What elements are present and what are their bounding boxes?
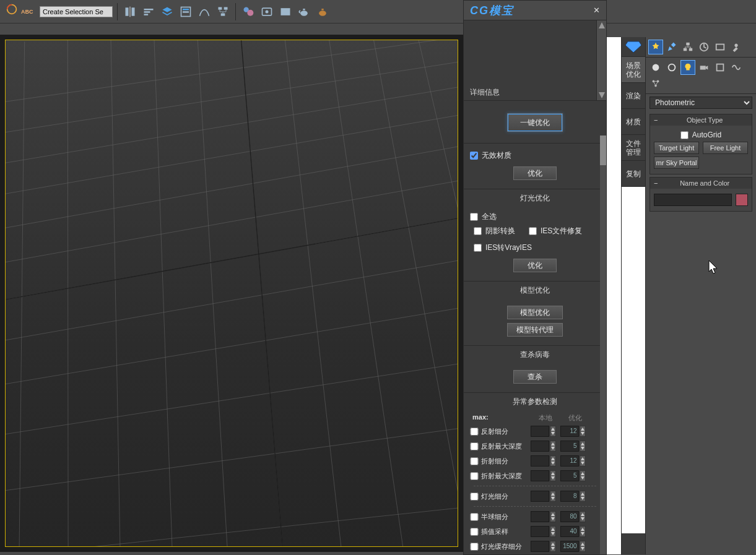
light-category-dropdown[interactable]: Photometric [650,97,752,109]
param-checkbox[interactable] [470,528,479,536]
svg-rect-52 [700,66,706,69]
spinner-icon[interactable] [550,541,556,552]
spinner-icon[interactable] [580,526,586,537]
optimize-material-button[interactable]: 优化 [513,166,557,180]
display-tab-icon[interactable] [713,40,728,54]
spinner-icon[interactable] [550,511,556,522]
curve-editor-icon[interactable] [196,4,212,20]
param-opt-field[interactable]: 5 [560,470,579,481]
panel-resize-splitter[interactable] [607,37,621,554]
spinner-icon[interactable] [550,455,556,467]
spinner-icon[interactable] [580,441,586,452]
param-local-field[interactable] [531,426,549,437]
cg-scrollbar-thumb[interactable] [600,136,606,165]
param-checkbox[interactable] [470,472,479,480]
kill-virus-button[interactable]: 查杀 [513,370,557,384]
spinner-icon[interactable] [580,455,586,467]
param-local-field[interactable] [531,541,549,552]
spacewarps-icon[interactable] [729,60,744,75]
shadow-conversion-checkbox[interactable] [474,227,482,235]
spinner-icon[interactable] [550,526,556,537]
layers-icon[interactable] [159,4,175,20]
utilities-tab-icon[interactable] [729,40,744,54]
schematic-view-icon[interactable] [215,4,231,20]
teapot-production-icon[interactable] [315,4,331,20]
spinner-icon[interactable] [550,470,556,481]
side-tab[interactable]: 渲染 [622,83,645,109]
geometry-icon[interactable] [648,60,663,75]
cg-diamond-icon[interactable] [622,37,645,57]
rollout-collapse-icon[interactable]: − [654,116,658,124]
modify-tab-icon[interactable] [664,40,679,54]
side-tab[interactable]: 文件 管理 [622,135,645,161]
invalid-material-checkbox[interactable] [470,152,478,160]
align-icon[interactable] [141,4,157,20]
preview-scrollbar[interactable] [596,20,606,100]
systems-icon[interactable] [648,76,663,91]
selection-set-dropdown[interactable] [40,6,113,17]
param-checkbox[interactable] [470,442,479,450]
helpers-icon[interactable] [713,60,728,75]
param-opt-field[interactable]: 80 [560,511,579,522]
param-local-field[interactable] [531,491,549,502]
param-opt-field[interactable]: 1500 [560,541,579,552]
mr-sky-portal-button[interactable]: mr Sky Portal [654,157,699,169]
param-local-field[interactable] [531,455,549,467]
spinner-icon[interactable] [580,491,586,502]
cg-body-scrollbar[interactable] [600,136,606,554]
close-icon[interactable]: ✕ [593,6,600,15]
teapot-render-icon[interactable] [296,4,312,20]
one-click-optimize-button[interactable]: 一键优化 [507,113,563,132]
param-checkbox[interactable] [470,493,479,501]
perspective-viewport[interactable] [5,40,458,547]
param-checkbox[interactable] [470,428,479,436]
spinner-icon[interactable] [550,441,556,452]
spinner-icon[interactable] [580,511,586,522]
mirror-icon[interactable] [122,4,138,20]
param-opt-field[interactable]: 40 [560,526,579,537]
param-local-field[interactable] [531,511,549,522]
arc-rotate-icon[interactable] [5,2,19,16]
target-light-button[interactable]: Target Light [654,142,699,154]
spinner-icon[interactable] [550,491,556,502]
object-name-input[interactable] [654,194,732,206]
param-checkbox[interactable] [470,543,479,551]
layer-manager-icon[interactable] [178,4,194,20]
autogrid-checkbox[interactable] [680,131,689,139]
ies-file-fix-checkbox[interactable] [529,227,537,235]
side-tab[interactable]: 场景 优化 [622,57,645,83]
render-setup-icon[interactable] [259,4,275,20]
param-opt-field[interactable]: 8 [560,491,579,502]
param-local-field[interactable] [531,526,549,537]
param-label: 折射最大深度 [479,471,528,481]
shapes-icon[interactable] [664,60,679,75]
spinner-icon[interactable] [580,426,586,437]
lights-icon[interactable] [680,60,695,75]
spinner-icon[interactable] [580,470,586,481]
param-opt-field[interactable]: 12 [560,455,579,467]
create-tab-icon[interactable] [648,40,663,54]
cameras-icon[interactable] [697,60,711,75]
free-light-button[interactable]: Free Light [703,142,748,154]
spinner-icon[interactable] [580,541,586,552]
param-local-field[interactable] [531,441,549,452]
param-checkbox[interactable] [470,513,479,521]
param-opt-field[interactable]: 5 [560,441,579,452]
param-checkbox[interactable] [470,457,479,465]
motion-tab-icon[interactable] [697,40,711,54]
hierarchy-tab-icon[interactable] [680,40,695,54]
material-editor-icon[interactable] [240,4,256,20]
select-all-checkbox[interactable] [470,213,478,221]
ies-to-vray-checkbox[interactable] [474,244,482,252]
model-optimize-button[interactable]: 模型优化 [507,306,563,319]
object-color-swatch[interactable] [736,194,748,206]
side-tab[interactable]: 复制 [622,161,645,187]
rollout-collapse-icon[interactable]: − [654,179,658,187]
model-to-proxy-button[interactable]: 模型转代理 [507,323,563,337]
optimize-lighting-button[interactable]: 优化 [513,259,557,272]
render-frame-icon[interactable] [277,4,293,20]
side-tab[interactable]: 材质 [622,109,645,135]
param-opt-field[interactable]: 12 [560,426,579,437]
param-local-field[interactable] [531,470,549,481]
spinner-icon[interactable] [550,426,556,437]
